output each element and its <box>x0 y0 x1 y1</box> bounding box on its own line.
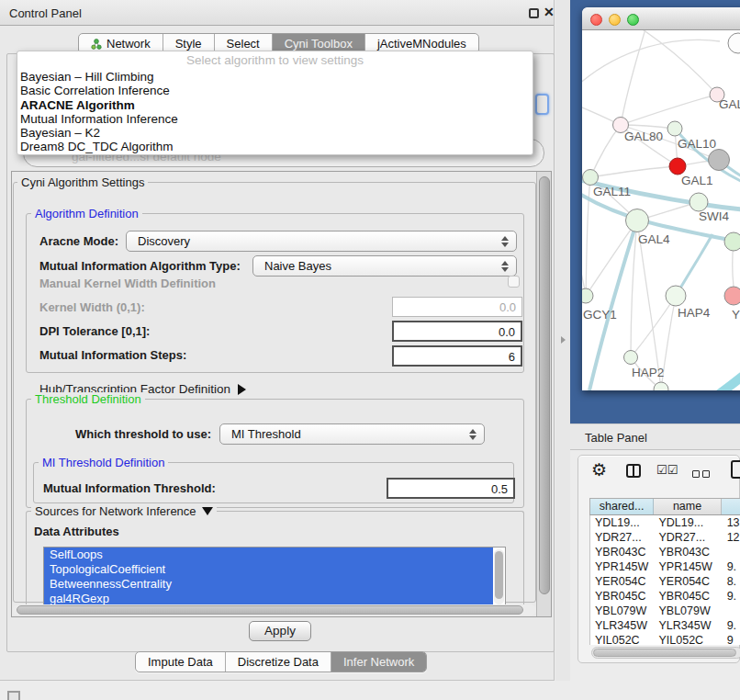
attribute-list-item[interactable]: TopologicalCoefficient <box>44 562 493 577</box>
table-cell: YLR345W <box>590 618 654 633</box>
network-node-label: GAL80 <box>624 130 663 143</box>
bottom-tab-discretize-data[interactable]: Discretize Data <box>225 652 331 672</box>
table-row[interactable]: YIL052CYIL052C9 <box>590 633 740 645</box>
zoom-traffic-light[interactable] <box>627 14 639 26</box>
algorithm-popup-item[interactable]: Dream8 DC_TDC Algorithm <box>17 140 533 153</box>
float-window-icon[interactable] <box>529 8 539 18</box>
dpi-tolerance-label: DPI Tolerance [0,1]: <box>39 324 150 338</box>
table-cell: 9. <box>723 559 740 574</box>
mi-type-select[interactable]: Naive Bayes <box>252 255 517 277</box>
network-node[interactable] <box>626 209 649 232</box>
which-threshold-select[interactable]: MI Threshold <box>219 423 485 445</box>
table-row[interactable]: YDL19...YDL19...13 <box>590 515 740 530</box>
network-node-label: HAP2 <box>632 366 664 379</box>
close-traffic-light[interactable] <box>590 14 602 26</box>
focused-settings-button[interactable] <box>535 94 549 115</box>
table-cell <box>723 545 740 559</box>
dpi-tolerance-field[interactable]: 0.0 <box>392 321 522 342</box>
algorithm-popup-item[interactable]: Bayesian – K2 <box>17 126 533 140</box>
mi-steps-field[interactable]: 6 <box>392 345 522 367</box>
settings-vscrollbar-thumb[interactable] <box>539 176 550 594</box>
minimized-panel-icon[interactable] <box>7 691 20 700</box>
table-cell: YER054C <box>590 574 654 589</box>
network-node[interactable] <box>654 382 668 390</box>
network-node-label: GAL <box>719 97 740 111</box>
table-cell <box>723 604 740 618</box>
deselect-boxes-icon[interactable] <box>692 467 712 480</box>
network-node-label: GAL11 <box>593 185 631 198</box>
table-row[interactable]: YBR045CYBR045C9. <box>590 589 740 604</box>
network-node[interactable] <box>666 286 686 306</box>
table-row[interactable]: YLR345WYLR345W9. <box>590 618 740 633</box>
network-node[interactable] <box>709 150 730 171</box>
table-cell: YIL052C <box>654 633 722 645</box>
network-node[interactable] <box>624 351 638 365</box>
expand-right-icon <box>238 384 246 395</box>
network-node[interactable] <box>582 288 593 303</box>
network-canvas[interactable]: GALGAL80GAL10GAL1GAL11SWI4GAL4GCY1HAP4YH… <box>582 30 740 390</box>
aracne-mode-select[interactable]: Discovery <box>126 231 517 252</box>
table-cell: YDL19... <box>654 515 722 530</box>
network-node[interactable] <box>583 170 599 186</box>
select-all-checks-icon[interactable]: ☑☑ <box>656 463 678 477</box>
table-cell: YBR045C <box>654 589 722 604</box>
aracne-mode-value: Discovery <box>127 234 496 248</box>
table-row[interactable]: YPR145WYPR145W9. <box>590 559 740 574</box>
which-threshold-value: MI Threshold <box>220 427 464 441</box>
network-node[interactable] <box>728 33 740 53</box>
table-column-header[interactable]: name <box>654 499 722 514</box>
bottom-tab-infer-network[interactable]: Infer Network <box>331 652 426 672</box>
gear-icon[interactable]: ⚙ <box>591 459 607 480</box>
control-panel-titlebar: Control Panel ✕ <box>0 0 554 26</box>
mi-type-label: Mutual Information Algorithm Type: <box>39 259 241 273</box>
table-column-header[interactable]: shared... <box>590 499 654 514</box>
kernel-width-field[interactable]: 0.0 <box>392 297 522 317</box>
table-cell: YDR27... <box>654 530 722 545</box>
columns-icon[interactable] <box>626 464 641 478</box>
table-row[interactable]: YBR043CYBR043C <box>590 545 740 559</box>
mi-threshold-field[interactable]: 0.5 <box>387 478 515 499</box>
threshold-definition-title: Threshold Definition <box>31 392 145 406</box>
data-attributes-list: SelfLoopsTopologicalCoefficientBetweenne… <box>43 547 506 607</box>
table-header-row: shared...name <box>589 498 740 515</box>
table-hscrollbar-thumb[interactable] <box>593 649 736 657</box>
network-node-label: GCY1 <box>583 308 617 322</box>
document-icon[interactable] <box>731 460 740 479</box>
table-row[interactable]: YER054CYER054C8. <box>590 574 740 589</box>
spinner-arrows-icon <box>496 236 514 247</box>
sources-toggle[interactable]: Sources for Network Inference <box>31 504 217 518</box>
settings-hscrollbar-thumb[interactable] <box>17 605 523 615</box>
network-node[interactable] <box>669 158 686 175</box>
algorithm-popup-hint: Select algorithm to view settings <box>17 51 533 70</box>
network-node[interactable] <box>667 121 682 136</box>
algorithm-definition-title: Algorithm Definition <box>31 207 142 220</box>
algorithm-popup-item[interactable]: Bayesian – Hill Climbing <box>17 70 533 84</box>
table-cell: YIL052C <box>590 633 654 645</box>
network-node[interactable] <box>690 193 708 211</box>
attribute-list-item[interactable]: BetweennessCentrality <box>44 577 493 592</box>
close-icon[interactable]: ✕ <box>544 5 555 19</box>
attribute-list-item[interactable]: SelfLoops <box>44 548 493 562</box>
screen: Control Panel ✕ NetworkStyleSelectCyni T… <box>0 0 740 700</box>
bottom-tab-impute-data[interactable]: Impute Data <box>136 652 225 672</box>
minimize-traffic-light[interactable] <box>609 14 621 26</box>
algorithm-popup-item[interactable]: Basic Correlation Inference <box>17 84 533 97</box>
apply-button[interactable]: Apply <box>249 621 311 641</box>
table-row[interactable]: YDR27...YDR27...12 <box>590 530 740 545</box>
table-panel-region: ⚙ ☑☑ shared...name YDL19...YDL19...13YDR… <box>570 450 740 700</box>
table-row[interactable]: YBL079WYBL079W <box>590 604 740 618</box>
attributes-scrollbar-thumb[interactable] <box>495 551 503 599</box>
table-column-header[interactable] <box>722 499 740 514</box>
algorithm-popup-item[interactable]: ARACNE Algorithm <box>17 98 533 112</box>
mi-threshold-title: MI Threshold Definition <box>39 456 168 469</box>
network-node[interactable] <box>724 287 740 305</box>
network-window: GALGAL80GAL10GAL1GAL11SWI4GAL4GCY1HAP4YH… <box>582 7 740 390</box>
network-node[interactable] <box>724 232 740 251</box>
manual-kernel-checkbox[interactable] <box>508 276 520 288</box>
table-hscrollbar <box>591 647 740 659</box>
algorithm-popup-item[interactable]: Mutual Information Inference <box>17 112 533 126</box>
divider-arrow-icon <box>561 336 566 344</box>
network-window-titlebar[interactable] <box>582 7 740 30</box>
tab-label: Discretize Data <box>238 652 319 672</box>
data-attributes-label: Data Attributes <box>34 525 119 538</box>
